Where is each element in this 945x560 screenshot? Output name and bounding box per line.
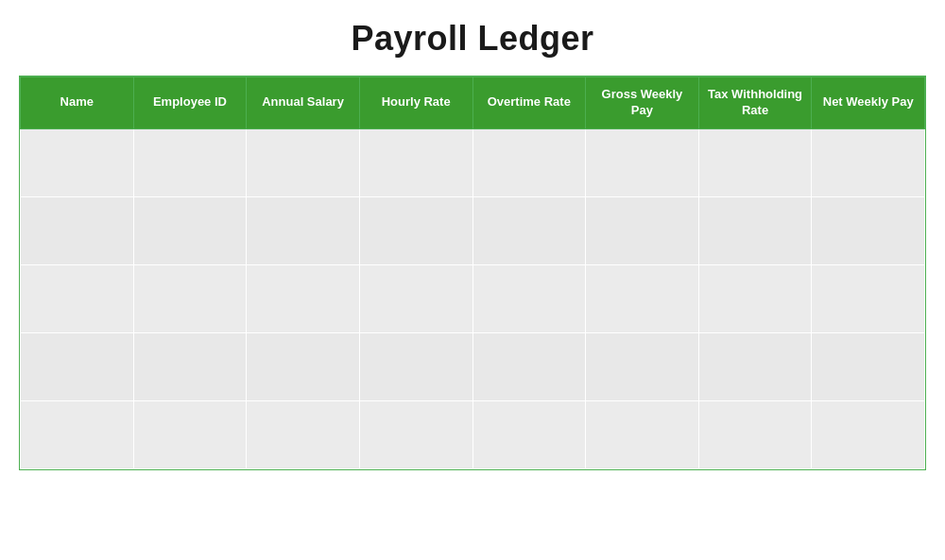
table-cell-r2-c0[interactable]: [21, 264, 134, 332]
table-cell-r0-c6[interactable]: [698, 128, 812, 196]
table-cell-r2-c4[interactable]: [472, 264, 586, 332]
table-cell-r2-c3[interactable]: [359, 264, 472, 332]
table-cell-r4-c2[interactable]: [247, 400, 360, 468]
table-body: [21, 128, 925, 468]
table-cell-r1-c5[interactable]: [586, 196, 699, 264]
table-cell-r4-c6[interactable]: [698, 400, 812, 468]
table-row: [21, 196, 925, 264]
col-header-annual-salary: Annual Salary: [247, 77, 360, 129]
table-cell-r4-c4[interactable]: [472, 400, 586, 468]
table-cell-r0-c7[interactable]: [812, 128, 925, 196]
table-cell-r3-c4[interactable]: [472, 332, 586, 400]
table-header-row: NameEmployee IDAnnual SalaryHourly RateO…: [21, 77, 925, 129]
table-cell-r2-c1[interactable]: [133, 264, 247, 332]
table-cell-r3-c2[interactable]: [247, 332, 360, 400]
table-cell-r0-c0[interactable]: [21, 128, 134, 196]
table-cell-r1-c1[interactable]: [133, 196, 247, 264]
col-header-employee-id: Employee ID: [133, 77, 247, 129]
col-header-hourly-rate: Hourly Rate: [359, 77, 472, 129]
payroll-table: NameEmployee IDAnnual SalaryHourly RateO…: [20, 76, 925, 469]
table-cell-r2-c6[interactable]: [698, 264, 812, 332]
table-cell-r1-c7[interactable]: [812, 196, 925, 264]
table-cell-r3-c6[interactable]: [698, 332, 812, 400]
table-cell-r4-c0[interactable]: [21, 400, 134, 468]
col-header-overtime-rate: Overtime Rate: [472, 77, 586, 129]
col-header-name: Name: [21, 77, 134, 129]
table-cell-r2-c5[interactable]: [586, 264, 699, 332]
table-cell-r1-c4[interactable]: [472, 196, 586, 264]
col-header-tax-withholding-rate: Tax Withholding Rate: [698, 77, 812, 129]
table-row: [21, 400, 925, 468]
table-cell-r0-c1[interactable]: [133, 128, 247, 196]
table-cell-r4-c3[interactable]: [359, 400, 472, 468]
table-cell-r3-c1[interactable]: [133, 332, 247, 400]
col-header-gross-weekly-pay: Gross Weekly Pay: [586, 77, 699, 129]
table-cell-r3-c3[interactable]: [359, 332, 472, 400]
table-cell-r3-c5[interactable]: [586, 332, 699, 400]
table-cell-r4-c1[interactable]: [133, 400, 247, 468]
table-cell-r2-c7[interactable]: [812, 264, 925, 332]
col-header-net-weekly-pay: Net Weekly Pay: [812, 77, 925, 129]
table-cell-r4-c5[interactable]: [586, 400, 699, 468]
table-cell-r0-c5[interactable]: [586, 128, 699, 196]
table-cell-r0-c2[interactable]: [247, 128, 360, 196]
table-cell-r0-c4[interactable]: [472, 128, 586, 196]
table-cell-r4-c7[interactable]: [812, 400, 925, 468]
page-title: Payroll Ledger: [351, 19, 593, 59]
table-cell-r1-c0[interactable]: [21, 196, 134, 264]
table-row: [21, 128, 925, 196]
table-cell-r1-c6[interactable]: [698, 196, 812, 264]
table-cell-r3-c7[interactable]: [812, 332, 925, 400]
table-row: [21, 264, 925, 332]
table-cell-r0-c3[interactable]: [359, 128, 472, 196]
table-cell-r1-c3[interactable]: [359, 196, 472, 264]
table-cell-r3-c0[interactable]: [21, 332, 134, 400]
table-cell-r2-c2[interactable]: [247, 264, 360, 332]
table-row: [21, 332, 925, 400]
table-cell-r1-c2[interactable]: [247, 196, 360, 264]
table-wrapper: NameEmployee IDAnnual SalaryHourly RateO…: [19, 76, 926, 470]
